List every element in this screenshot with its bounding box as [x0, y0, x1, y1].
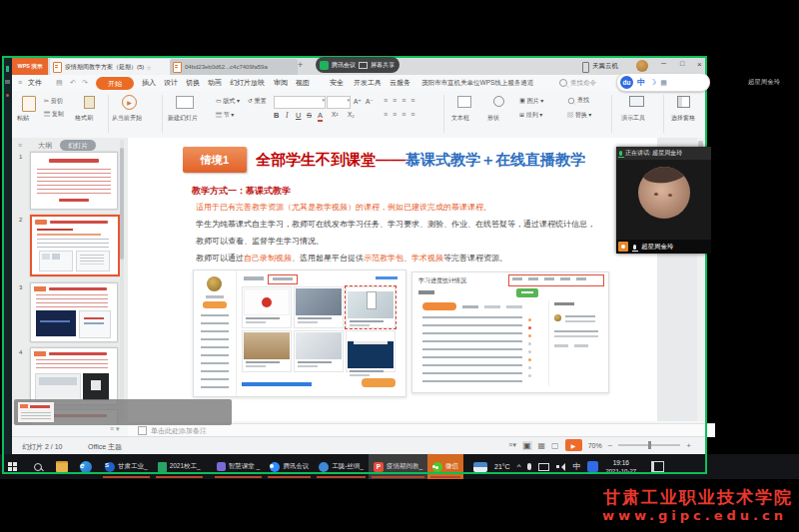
tray-clock[interactable]: 19:16 2021-10-27 [605, 459, 636, 475]
cut-button[interactable]: ✂ 剪切 [44, 97, 63, 106]
new-tab-button[interactable]: + [298, 60, 303, 70]
wps-app-button[interactable]: WPS 演示 [12, 58, 48, 75]
redo-icon[interactable]: ↷ [82, 75, 88, 91]
present-tools-button[interactable]: 演示工具 [621, 114, 645, 123]
font-name-select[interactable]: ▾ [274, 96, 326, 109]
document-tab-active[interactable]: 疫情期间教学方案（延期）(5) ☆ [50, 59, 174, 75]
replace-button[interactable]: ▨ 替换 ▾ [567, 111, 591, 120]
zoom-slider-thumb[interactable] [648, 441, 651, 449]
zoom-slider[interactable] [618, 444, 680, 446]
weather-widget-icon[interactable] [473, 462, 487, 472]
tray-temperature[interactable]: 21°C [494, 463, 510, 470]
panel-scrollbar[interactable] [120, 140, 124, 422]
slide-sorter-icon[interactable]: ▦ [538, 441, 546, 450]
reset-button[interactable]: ↺ 重置 [248, 97, 267, 106]
zoom-out-button[interactable]: − [608, 441, 613, 450]
font-size-select[interactable]: ▾ [327, 96, 351, 109]
arrange-button[interactable]: ⊞ 排列 ▾ [519, 111, 542, 120]
taskbar-app-excel[interactable]: 2021校工_ [153, 454, 206, 479]
menu-file[interactable]: 文件 [28, 75, 42, 91]
ime-moon-icon[interactable]: ☽ [649, 78, 656, 87]
play-from-current-button[interactable]: 从当前开始 [112, 114, 142, 123]
taskbar-app-smartclass[interactable]: 智慧课堂 _ [212, 454, 265, 479]
layout-button[interactable]: ▭ 版式 ▾ [216, 97, 240, 106]
copy-button[interactable]: ▤ 复制 [44, 110, 64, 119]
tab-slides-active[interactable]: 幻灯片 [60, 140, 96, 151]
meeting-video-overlay[interactable]: 正在讲话: 超星周金玲 超星周金玲 [616, 147, 711, 254]
picture-button[interactable]: ▣ 图片 ▾ [519, 97, 543, 106]
taskbar-app-gonglong[interactable]: 工陇-丝绸_ [314, 454, 369, 479]
shrink-font-button[interactable]: A⁻ [366, 98, 374, 106]
superscript-button[interactable]: X² [332, 111, 339, 118]
list-buttons-row1[interactable]: ≡≡≡≡ [384, 97, 419, 104]
tray-mic-icon[interactable] [527, 463, 531, 470]
subscript-button[interactable]: X₂ [348, 111, 355, 118]
ime-toolbar[interactable]: du 中 ☽ ▦ [616, 73, 710, 92]
taskbar-search-button[interactable] [26, 454, 50, 479]
hamburger-icon[interactable]: ≡ [18, 75, 22, 91]
menu-slideshow[interactable]: 幻灯片放映 [230, 75, 265, 91]
start-button[interactable] [0, 454, 26, 479]
notes-toggle-icon[interactable]: ≡▾ [508, 441, 516, 449]
font-color-button[interactable]: A [318, 111, 323, 122]
favorite-star-icon[interactable]: ☆ [146, 64, 151, 71]
notification-center-icon[interactable] [651, 461, 664, 472]
format-painter-button[interactable]: 格式刷 [75, 114, 93, 123]
tray-ime-icon[interactable] [587, 461, 598, 472]
strikethrough-button[interactable]: S [307, 111, 312, 120]
slide-thumbnail-1[interactable] [30, 152, 118, 210]
tray-hidden-icons[interactable]: ^ [517, 462, 521, 471]
align-buttons-row2[interactable]: ≡≡≡≡ [384, 111, 419, 118]
selection-pane-button[interactable]: 选择窗格 [671, 114, 695, 123]
edge-button[interactable]: e [74, 454, 98, 479]
reading-view-icon[interactable]: ▢ [551, 441, 559, 450]
menu-devtools[interactable]: 开发工具 [354, 75, 382, 91]
slide-canvas[interactable]: 情境1 全部学生不到课堂——慕课式教学＋在线直播教学 教学方式一：慕课式教学 适… [128, 138, 657, 421]
notes-bar[interactable]: 单击此处添加备注 [128, 423, 715, 437]
menu-security[interactable]: 安全 [330, 75, 344, 91]
zoom-in-button[interactable]: + [686, 441, 691, 450]
taskbar-app-tencent-meeting[interactable]: 腾讯会议 [265, 454, 314, 479]
bold-button[interactable]: B [274, 111, 279, 120]
tray-volume-icon[interactable] [556, 463, 565, 471]
slide-thumbnail-4[interactable] [30, 347, 118, 405]
normal-view-icon[interactable]: ▣ [522, 441, 532, 450]
minimize-icon[interactable]: ─ [661, 60, 666, 67]
account-avatar[interactable] [636, 60, 648, 72]
shapes-button[interactable]: 形状 [487, 114, 499, 123]
panel-menu-icon[interactable]: ≡ [18, 142, 22, 149]
menu-animation[interactable]: 动画 [208, 75, 222, 91]
meeting-share-pill[interactable]: 腾讯会议 屏幕共享 [316, 57, 400, 73]
panel-scrollbar-thumb[interactable] [120, 148, 124, 260]
undo-icon[interactable]: ↶ [70, 75, 76, 91]
menu-review[interactable]: 审阅 [274, 75, 288, 91]
slide-thumbnail-3[interactable] [30, 282, 118, 342]
find-button[interactable]: 查找 [567, 96, 589, 105]
file-explorer-button[interactable] [50, 454, 74, 479]
grow-font-button[interactable]: A⁺ [354, 98, 362, 106]
slide-thumbnail-2-selected[interactable] [30, 215, 120, 276]
tray-ime-lang[interactable]: 中 [572, 461, 580, 472]
ime-grid-icon[interactable]: ▦ [660, 79, 667, 87]
maximize-icon[interactable]: □ [680, 60, 684, 67]
taskbar-app-wechat[interactable]: 微信 [427, 454, 463, 479]
section-button[interactable]: ▤ 节 ▾ [216, 111, 234, 120]
document-tab-inactive[interactable]: 04bd23eb0d62...c4c7409fa59a [170, 59, 298, 75]
command-search[interactable]: 查找命令 [559, 75, 596, 91]
italic-button[interactable]: I [286, 111, 289, 120]
tray-network-icon[interactable] [538, 463, 549, 471]
menu-home-active[interactable]: 开始 [96, 77, 134, 90]
notes-collapse-icon[interactable]: ≡ ▾ [110, 425, 120, 433]
paste-button[interactable]: 粘贴 [17, 114, 29, 123]
menu-design[interactable]: 设计 [164, 75, 178, 91]
tab-outline[interactable]: 大纲 [38, 141, 52, 151]
save-icon[interactable]: ▤ [56, 75, 63, 91]
textbox-button[interactable]: 文本框 [451, 114, 469, 123]
menu-insert[interactable]: 插入 [142, 75, 156, 91]
menu-cloud[interactable]: 云服务 [390, 75, 410, 91]
new-slide-button[interactable]: 新建幻灯片 [168, 114, 198, 123]
ime-lang-toggle[interactable]: 中 [637, 77, 645, 88]
menu-transition[interactable]: 切换 [186, 75, 200, 91]
menu-wps-service-channel[interactable]: 茂阳市市直机关单位WPS线上服务通道 [421, 75, 533, 91]
close-icon[interactable]: × [697, 60, 702, 69]
